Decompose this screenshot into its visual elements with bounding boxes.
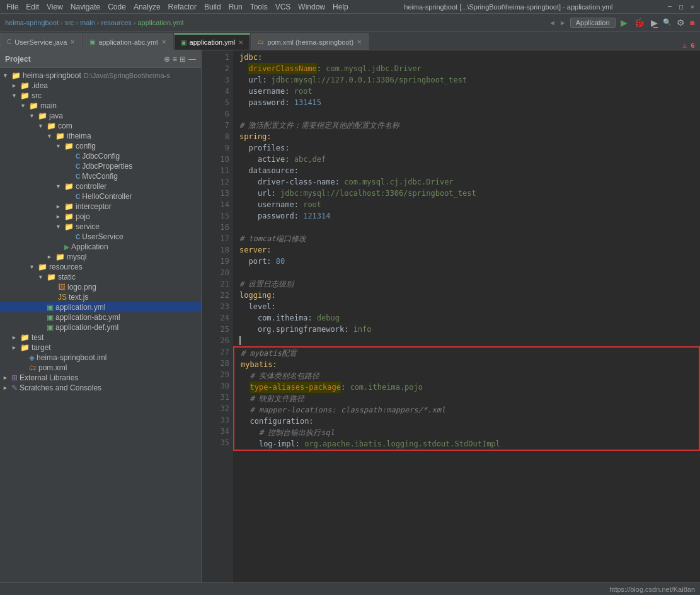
tree-item-iml[interactable]: ► ◈ heima-springboot.iml bbox=[0, 353, 201, 363]
code-line-11[interactable]: datasource: bbox=[239, 165, 700, 176]
collapse-icon[interactable]: — bbox=[188, 55, 196, 64]
tree-item-main[interactable]: ▼ 📁 main bbox=[0, 101, 201, 111]
code-line-2[interactable]: driverClassName: com.mysql.jdbc.Driver bbox=[239, 63, 700, 74]
tree-item-interceptor[interactable]: ► 📁 interceptor bbox=[0, 201, 201, 212]
tree-item-mvcconfig[interactable]: ► C MvcConfig bbox=[0, 171, 201, 181]
settings-panel-icon[interactable]: ≡ bbox=[173, 55, 177, 64]
code-line-20[interactable] bbox=[239, 267, 700, 278]
tree-item-applicationdef[interactable]: ► ▣ application-def.yml bbox=[0, 322, 201, 332]
forward-icon[interactable]: ► bbox=[559, 19, 566, 26]
tree-item-test[interactable]: ► 📁 test bbox=[0, 332, 201, 343]
menu-code[interactable]: Code bbox=[104, 3, 130, 11]
breadcrumb-resources[interactable]: resources bbox=[101, 19, 132, 26]
code-line-22[interactable]: logging: bbox=[239, 290, 700, 301]
tree-item-resources[interactable]: ▼ 📁 resources bbox=[0, 262, 201, 272]
maximize-button[interactable]: □ bbox=[676, 2, 686, 12]
stop-button[interactable]: ■ bbox=[690, 18, 695, 28]
code-line-33[interactable]: configuration: bbox=[241, 416, 699, 427]
code-line-28[interactable]: mybatis: bbox=[241, 359, 699, 370]
tree-item-com[interactable]: ▼ 📁 com bbox=[0, 121, 201, 131]
tree-item-static[interactable]: ▼ 📁 static bbox=[0, 272, 201, 282]
tree-item-config[interactable]: ▼ 📁 config bbox=[0, 141, 201, 151]
menu-run[interactable]: Run bbox=[225, 3, 246, 11]
tree-item-root[interactable]: ▼ 📁 heima-springboot D:\Java\SpringBoot\… bbox=[0, 71, 201, 81]
code-line-1[interactable]: jdbc: bbox=[239, 52, 700, 63]
code-line-6[interactable] bbox=[239, 108, 700, 120]
tree-item-controller[interactable]: ▼ 📁 controller bbox=[0, 181, 201, 191]
menu-help[interactable]: Help bbox=[329, 3, 352, 11]
code-line-8[interactable]: spring: bbox=[239, 131, 700, 142]
settings-icon[interactable]: ⚙ bbox=[675, 16, 686, 29]
code-line-7[interactable]: # 激活配置文件：需要指定其他的配置文件名称 bbox=[239, 120, 700, 131]
tab-userservice[interactable]: C UserService.java ✕ bbox=[0, 33, 82, 50]
tree-item-application[interactable]: ► ▶ Application bbox=[0, 242, 201, 252]
code-line-9[interactable]: profiles: bbox=[239, 142, 700, 154]
tree-item-jdbcprops[interactable]: ► C JdbcProperties bbox=[0, 161, 201, 171]
menu-window[interactable]: Window bbox=[294, 3, 329, 11]
tab-close-pom[interactable]: ✕ bbox=[357, 38, 362, 45]
debug-button[interactable]: 🐞 bbox=[633, 16, 646, 29]
code-line-32[interactable]: # mapper-locations: classpath:mappers/*.… bbox=[241, 404, 699, 416]
tab-close-abc[interactable]: ✕ bbox=[161, 38, 166, 45]
code-line-3[interactable]: url: jdbc:mysql://127.0.0.1:3306/springb… bbox=[239, 74, 700, 86]
menu-tools[interactable]: Tools bbox=[246, 3, 272, 11]
menu-view[interactable]: View bbox=[43, 3, 67, 11]
minimize-button[interactable]: ─ bbox=[665, 2, 675, 12]
back-icon[interactable]: ◄ bbox=[549, 19, 556, 26]
tree-item-scratches[interactable]: ► ✎ Scratches and Consoles bbox=[0, 383, 201, 393]
coverage-button[interactable]: ▶̲ bbox=[650, 16, 659, 29]
tab-close-userservice[interactable]: ✕ bbox=[70, 38, 75, 45]
tree-item-jdbcconfig[interactable]: ► C JdbcConfig bbox=[0, 151, 201, 161]
code-line-30[interactable]: type-aliases-package: com.itheima.pojo bbox=[241, 382, 699, 393]
code-line-4[interactable]: username: root bbox=[239, 86, 700, 97]
close-button[interactable]: ✕ bbox=[687, 2, 697, 12]
code-line-12[interactable]: driver-class-name: com.mysql.cj.jdbc.Dri… bbox=[239, 176, 700, 188]
menu-analyze[interactable]: Analyze bbox=[130, 3, 164, 11]
code-line-31[interactable]: # 映射文件路径 bbox=[241, 393, 699, 404]
menu-refactor[interactable]: Refactor bbox=[164, 3, 200, 11]
code-line-10[interactable]: active: abc,def bbox=[239, 154, 700, 165]
tree-item-target[interactable]: ► 📁 target bbox=[0, 343, 201, 353]
menu-file[interactable]: File bbox=[3, 3, 22, 11]
tab-applicationabc[interactable]: ▣ application-abc.yml ✕ bbox=[83, 33, 173, 50]
tree-item-pojo[interactable]: ► 📁 pojo bbox=[0, 212, 201, 222]
tree-item-extlibs[interactable]: ► ⊞ External Libraries bbox=[0, 373, 201, 383]
code-area[interactable]: jdbc: driverClassName: com.mysql.jdbc.Dr… bbox=[233, 50, 700, 582]
tree-item-pomxml[interactable]: ► 🗂 pom.xml bbox=[0, 363, 201, 373]
search-icon[interactable]: 🔍 bbox=[663, 18, 672, 26]
code-line-17[interactable]: # tomcat端口修改 bbox=[239, 233, 700, 244]
breadcrumb-src[interactable]: src bbox=[65, 19, 74, 26]
code-line-35[interactable]: log-impl: org.apache.ibatis.logging.stdo… bbox=[241, 438, 699, 450]
code-line-13[interactable]: url: jdbc:mysql://localhost:3306/springb… bbox=[239, 188, 700, 199]
tree-item-hellocontroller[interactable]: ► C HelloController bbox=[0, 191, 201, 201]
code-line-23[interactable]: level: bbox=[239, 301, 700, 312]
code-line-15[interactable]: password: 121314 bbox=[239, 210, 700, 222]
breadcrumb-project[interactable]: heima-springboot bbox=[5, 19, 59, 26]
code-line-18[interactable]: server: bbox=[239, 244, 700, 256]
code-line-5[interactable]: password: 131415 bbox=[239, 97, 700, 108]
breadcrumb-main[interactable]: main bbox=[80, 19, 95, 26]
code-line-25[interactable]: org.springframework: info bbox=[239, 324, 700, 335]
run-config-button[interactable]: Application bbox=[570, 18, 616, 28]
code-line-29[interactable]: # 实体类别名包路径 bbox=[241, 370, 699, 382]
tab-pomxml[interactable]: 🗂 pom.xml (heima-springboot) ✕ bbox=[251, 33, 369, 50]
tab-close-yml[interactable]: ✕ bbox=[238, 39, 243, 46]
code-line-14[interactable]: username: root bbox=[239, 199, 700, 210]
code-line-16[interactable] bbox=[239, 222, 700, 233]
tree-item-src[interactable]: ▼ 📁 src bbox=[0, 91, 201, 101]
menu-vcs[interactable]: VCS bbox=[272, 3, 295, 11]
breadcrumb-file[interactable]: application.yml bbox=[138, 19, 184, 26]
tab-applicationyml[interactable]: ▣ application.yml ✕ bbox=[174, 33, 251, 50]
tree-item-textjs[interactable]: ► JS text.js bbox=[0, 292, 201, 302]
tree-item-applicationyml[interactable]: ► ▣ application.yml bbox=[0, 302, 201, 312]
code-line-34[interactable]: # 控制台输出执行sql bbox=[241, 427, 699, 438]
tree-item-mysql[interactable]: ► 📁 mysql bbox=[0, 252, 201, 262]
locate-icon[interactable]: ⊕ bbox=[164, 55, 170, 64]
tree-item-service[interactable]: ▼ 📁 service bbox=[0, 222, 201, 232]
tree-item-applicationabc[interactable]: ► ▣ application-abc.yml bbox=[0, 312, 201, 322]
tree-item-itheima[interactable]: ▼ 📁 itheima bbox=[0, 131, 201, 141]
code-line-26[interactable] bbox=[239, 335, 700, 346]
run-button[interactable]: ▶ bbox=[619, 16, 629, 29]
expand-icon[interactable]: ⊞ bbox=[180, 55, 186, 64]
code-line-21[interactable]: # 设置日志级别 bbox=[239, 278, 700, 290]
